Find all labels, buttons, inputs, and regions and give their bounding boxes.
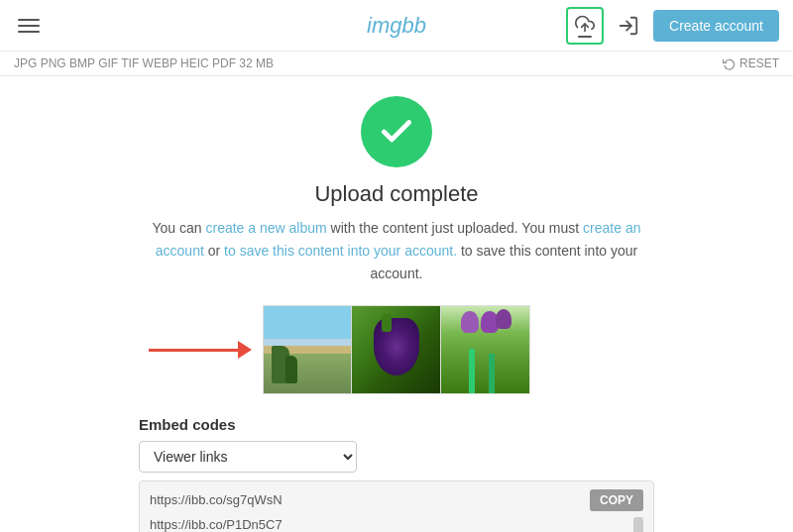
- arrow-line: [149, 349, 238, 352]
- copy-button[interactable]: COPY: [590, 489, 643, 511]
- desc-text-1: You can: [153, 220, 206, 236]
- subheader: JPG PNG BMP GIF TIF WEBP HEIC PDF 32 MB …: [0, 52, 793, 76]
- desc-text-2: with the content just uploaded. You must: [327, 220, 583, 236]
- desc-text-3: or: [204, 243, 224, 259]
- upload-complete-title: Upload complete: [314, 181, 478, 207]
- embed-link-2: https://ibb.co/P1Dn5C7: [150, 514, 285, 532]
- header: imgbb Create account: [0, 0, 793, 52]
- images-row: [263, 305, 530, 394]
- upload-button[interactable]: [566, 7, 604, 45]
- reset-icon: [723, 57, 736, 70]
- embed-section: Embed codes Viewer linksDirect linksHTML…: [139, 416, 654, 532]
- account-link[interactable]: account: [156, 243, 204, 259]
- upload-cloud-icon: [575, 14, 595, 34]
- create-album-link[interactable]: create a new album: [206, 220, 327, 236]
- thumb-flowers[interactable]: [441, 305, 530, 394]
- reset-label: RESET: [739, 56, 779, 70]
- embed-links-list: https://ibb.co/sg7qWsN https://ibb.co/P1…: [150, 489, 285, 532]
- arrow-head: [238, 341, 252, 359]
- embed-codes-box: https://ibb.co/sg7qWsN https://ibb.co/P1…: [139, 480, 654, 532]
- success-circle: [361, 96, 432, 167]
- embed-codes-title: Embed codes: [139, 416, 654, 433]
- main-content: Upload complete You can create a new alb…: [0, 76, 793, 532]
- signin-link[interactable]: to save this content into your account.: [224, 243, 457, 259]
- signin-icon: [618, 15, 639, 37]
- checkmark-icon: [378, 113, 415, 151]
- header-left: [14, 15, 44, 37]
- scrollbar[interactable]: [633, 517, 643, 532]
- reset-button[interactable]: RESET: [723, 56, 779, 70]
- formats-text: JPG PNG BMP GIF TIF WEBP HEIC PDF 32 MB: [14, 56, 274, 70]
- create-account-button[interactable]: Create account: [653, 10, 779, 42]
- header-right: Create account: [566, 7, 779, 45]
- create-account-link[interactable]: create an: [583, 220, 640, 236]
- thumb-grapes[interactable]: [352, 305, 441, 394]
- upload-description: You can create a new album with the cont…: [149, 217, 644, 285]
- thumb-beach[interactable]: [263, 305, 352, 394]
- logo[interactable]: imgbb: [367, 13, 426, 39]
- viewer-links-select[interactable]: Viewer linksDirect linksHTML linksBBCode…: [139, 441, 357, 473]
- signin-button[interactable]: [612, 9, 645, 43]
- red-arrow: [149, 341, 252, 359]
- embed-link-1: https://ibb.co/sg7qWsN: [150, 489, 285, 511]
- hamburger-icon[interactable]: [14, 15, 44, 37]
